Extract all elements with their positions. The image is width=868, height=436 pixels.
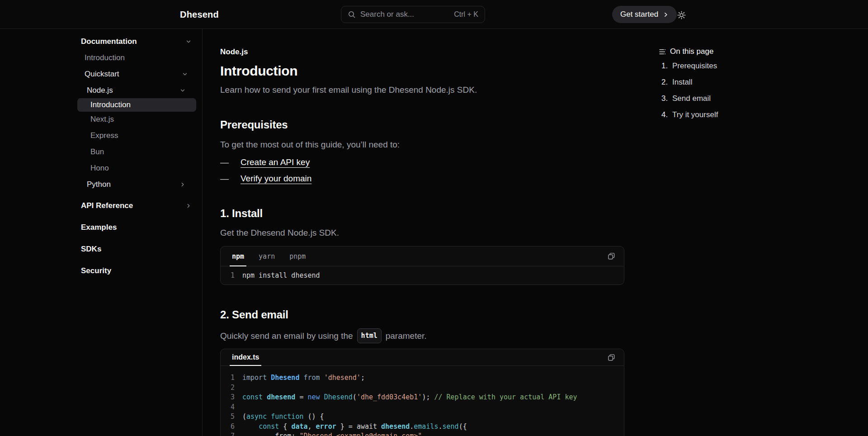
dash-bullet: — xyxy=(220,157,229,167)
install-text: Get the Dhesend Node.js SDK. xyxy=(220,227,339,238)
sidebar-item-label: Examples xyxy=(81,223,117,232)
sidebar-item-bun[interactable]: Bun xyxy=(77,145,196,159)
line-number: 3 xyxy=(221,393,235,403)
dash-bullet: — xyxy=(220,174,229,184)
create-api-key-link[interactable]: Create an API key xyxy=(241,157,310,167)
chevron-right-icon xyxy=(179,181,186,188)
copy-button[interactable] xyxy=(605,351,618,364)
heading-prerequisites: Prerequisites xyxy=(220,118,288,132)
toc-item-label: Prerequisites xyxy=(672,62,717,71)
code-line: 1import Dhesend from 'dhesend'; xyxy=(221,373,624,383)
toc-item-label: Send email xyxy=(672,94,711,103)
line-number: 7 xyxy=(221,431,235,436)
send-email-text: Quickly send an email by using the html … xyxy=(220,328,427,343)
on-this-page-toc: On this page 1.Prerequisites2.Install3.S… xyxy=(659,47,758,126)
search-placeholder: Search or ask... xyxy=(360,10,454,19)
sidebar-item-label: SDKs xyxy=(81,245,101,254)
sidebar-item-label: Quickstart xyxy=(85,70,119,79)
code-line: 1npm install dhesend xyxy=(221,271,624,281)
tab-index-ts[interactable]: index.ts xyxy=(230,349,261,365)
line-number: 2 xyxy=(221,383,235,393)
send-email-code-block: index.ts 1import Dhesend from 'dhesend';… xyxy=(220,349,624,436)
code-line: 4 xyxy=(221,403,624,412)
code-line: 7 from: "Dhesend <example@domain.com>", xyxy=(221,431,624,436)
prerequisites-intro: To get the most out of this guide, you’l… xyxy=(220,139,400,150)
tab-npm[interactable]: npm xyxy=(230,246,246,266)
sidebar-item-next-js[interactable]: Next.js xyxy=(77,113,196,126)
page-title: Introduction xyxy=(220,62,297,80)
toc-list-icon xyxy=(659,48,666,56)
copy-button[interactable] xyxy=(605,250,618,263)
sidebar-item-hono[interactable]: Hono xyxy=(77,161,196,175)
code-line: 2 xyxy=(221,383,624,393)
tab-pnpm[interactable]: pnpm xyxy=(287,246,308,266)
chevron-down-icon xyxy=(185,38,192,45)
line-number: 1 xyxy=(221,373,235,383)
toc-title-label: On this page xyxy=(670,47,713,56)
verify-domain-link[interactable]: Verify your domain xyxy=(241,174,311,184)
line-number: 4 xyxy=(221,403,235,412)
list-item: — Verify your domain xyxy=(220,173,311,184)
toc-item-label: Install xyxy=(672,78,692,87)
toc-title: On this page xyxy=(659,47,758,57)
page-eyebrow: Node.js xyxy=(220,47,248,57)
search-input[interactable]: Search or ask... Ctrl + K xyxy=(341,6,485,23)
sidebar-item-label: Express xyxy=(90,131,118,140)
get-started-button[interactable]: Get started xyxy=(612,6,677,23)
code-line: 3const dhesend = new Dhesend('dhe_fdd03c… xyxy=(221,393,624,403)
sidebar-item-examples[interactable]: Examples xyxy=(77,221,196,234)
sidebar-item-label: Documentation xyxy=(81,37,137,46)
sidebar-item-introduction[interactable]: Introduction xyxy=(77,51,196,65)
logo[interactable]: Dhesend xyxy=(180,0,219,29)
chevron-down-icon xyxy=(182,71,188,77)
sidebar-item-label: Python xyxy=(87,180,111,189)
sidebar-item-label: Security xyxy=(81,266,111,275)
search-shortcut: Ctrl + K xyxy=(454,10,478,19)
toc-item-number: 2. xyxy=(661,78,670,87)
chevron-down-icon xyxy=(179,87,186,94)
sidebar-item-label: Node.js xyxy=(87,86,113,95)
sidebar-nav: DocumentationIntroductionQuickstartNode.… xyxy=(0,29,203,436)
sidebar-item-node-js[interactable]: Node.js xyxy=(77,84,196,97)
code-file-bar: index.ts xyxy=(221,349,624,366)
toc-item-send-email[interactable]: 3.Send email xyxy=(659,94,758,104)
toc-item-install[interactable]: 2.Install xyxy=(659,77,758,87)
code-line: 6 const { data, error } = await dhesend.… xyxy=(221,422,624,432)
sidebar-item-documentation[interactable]: Documentation xyxy=(77,35,196,48)
inline-code-chip: html xyxy=(357,328,382,343)
toc-item-number: 4. xyxy=(661,110,670,119)
sidebar-item-label: Hono xyxy=(90,164,109,173)
sidebar-item-express[interactable]: Express xyxy=(77,129,196,142)
sidebar-item-introduction[interactable]: Introduction xyxy=(77,98,196,112)
install-code: 1npm install dhesend xyxy=(221,266,624,281)
heading-send-email: 2. Send email xyxy=(220,308,288,322)
sidebar-item-label: Next.js xyxy=(90,115,114,124)
get-started-label: Get started xyxy=(620,10,658,19)
tab-yarn[interactable]: yarn xyxy=(256,246,277,266)
line-number: 5 xyxy=(221,412,235,422)
text-before-chip: Quickly send an email by using the xyxy=(220,331,353,341)
code-tabs-bar: npmyarnpnpm xyxy=(221,246,624,266)
sidebar-item-sdks[interactable]: SDKs xyxy=(77,242,196,256)
toc-item-number: 3. xyxy=(661,94,670,103)
main-content: Node.js Introduction Learn how to send y… xyxy=(220,29,624,436)
chevron-right-icon xyxy=(663,12,669,18)
sidebar-item-label: Introduction xyxy=(90,100,131,109)
sidebar-item-python[interactable]: Python xyxy=(77,178,196,191)
file-tab-label: index.ts xyxy=(232,353,259,361)
copy-icon xyxy=(607,252,616,261)
sun-icon xyxy=(677,10,686,20)
sidebar-item-security[interactable]: Security xyxy=(77,264,196,278)
package-manager-tabs: npmyarnpnpm xyxy=(230,246,318,266)
sidebar-item-quickstart[interactable]: Quickstart xyxy=(77,67,196,81)
copy-icon xyxy=(607,353,616,362)
chevron-right-icon xyxy=(185,203,192,209)
sidebar-item-label: Bun xyxy=(90,147,104,156)
line-number: 6 xyxy=(221,422,235,432)
toc-item-prerequisites[interactable]: 1.Prerequisites xyxy=(659,61,758,71)
sidebar-item-api-reference[interactable]: API Reference xyxy=(77,199,196,213)
install-code-block: npmyarnpnpm 1npm install dhesend xyxy=(220,246,624,285)
sidebar-item-label: API Reference xyxy=(81,201,133,210)
theme-toggle-button[interactable] xyxy=(675,9,687,21)
toc-item-try-it-yourself[interactable]: 4.Try it yourself xyxy=(659,110,758,120)
